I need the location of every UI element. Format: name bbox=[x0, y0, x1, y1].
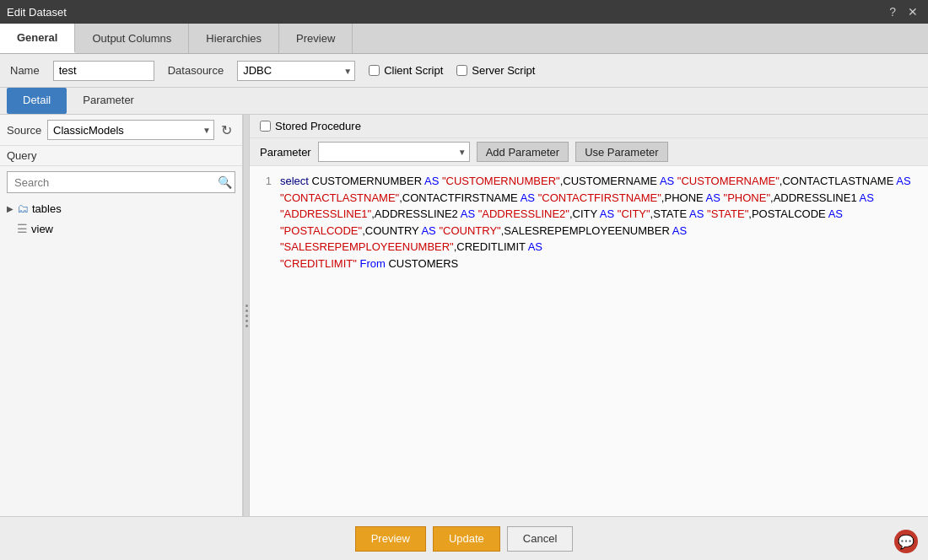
sub-tabs: Detail Parameter bbox=[0, 88, 928, 115]
preview-button[interactable]: Preview bbox=[355, 526, 426, 552]
tab-preview[interactable]: Preview bbox=[279, 24, 353, 53]
view-icon: ☰ bbox=[17, 222, 28, 235]
search-box: 🔍 bbox=[7, 171, 235, 193]
datasource-label: Datasource bbox=[168, 64, 224, 77]
source-select[interactable]: ClassicModels bbox=[47, 120, 214, 140]
tab-general[interactable]: General bbox=[0, 24, 75, 53]
sql-code-content[interactable]: select CUSTOMERNUMBER AS "CUSTOMERNUMBER… bbox=[280, 173, 918, 509]
tree-item-view[interactable]: ☰ view bbox=[0, 218, 242, 239]
tab-hierarchies[interactable]: Hierarchies bbox=[189, 24, 279, 53]
source-row: Source ClassicModels ▼ ↻ bbox=[0, 115, 242, 146]
divider-dots bbox=[245, 304, 248, 327]
tables-folder-icon: 🗂 bbox=[17, 202, 29, 215]
source-label: Source bbox=[7, 124, 44, 137]
client-script-label: Client Script bbox=[384, 64, 443, 77]
stored-proc-checkbox-label[interactable]: Stored Procedure bbox=[260, 120, 361, 132]
main-tabs: General Output Columns Hierarchies Previ… bbox=[0, 24, 928, 54]
refresh-button[interactable]: ↻ bbox=[218, 122, 235, 138]
tree-item-tables[interactable]: ▶ 🗂 tables bbox=[0, 198, 242, 218]
cancel-button[interactable]: Cancel bbox=[507, 526, 573, 552]
chat-icon[interactable]: 💬 bbox=[894, 530, 918, 553]
name-label: Name bbox=[10, 64, 40, 77]
server-script-checkbox[interactable] bbox=[456, 65, 467, 76]
server-script-label: Server Script bbox=[472, 64, 535, 77]
server-script-checkbox-label[interactable]: Server Script bbox=[456, 64, 535, 77]
client-script-checkbox[interactable] bbox=[369, 65, 380, 76]
stored-proc-label: Stored Procedure bbox=[275, 120, 361, 132]
datasource-select[interactable]: JDBC REST File bbox=[237, 61, 355, 81]
use-parameter-button[interactable]: Use Parameter bbox=[575, 142, 667, 162]
tab-output-columns[interactable]: Output Columns bbox=[75, 24, 189, 53]
parameter-label: Parameter bbox=[260, 146, 311, 159]
line-numbers: 1 bbox=[260, 173, 280, 509]
help-button[interactable]: ? bbox=[886, 3, 899, 20]
right-panel: Stored Procedure Parameter ▼ Add Paramet… bbox=[250, 115, 928, 516]
view-label: view bbox=[31, 223, 53, 235]
main-content: Source ClassicModels ▼ ↻ Query 🔍 ▶ 🗂 tab… bbox=[0, 115, 928, 516]
panel-divider[interactable] bbox=[243, 115, 250, 516]
form-row: Name Datasource JDBC REST File ▼ Client … bbox=[0, 54, 928, 88]
add-parameter-button[interactable]: Add Parameter bbox=[477, 142, 569, 162]
client-script-checkbox-label[interactable]: Client Script bbox=[369, 64, 443, 77]
close-button[interactable]: ✕ bbox=[904, 3, 921, 20]
bottom-bar: Preview Update Cancel 💬 bbox=[0, 516, 928, 560]
tables-expand-icon: ▶ bbox=[7, 204, 13, 213]
code-editor[interactable]: 1 select CUSTOMERNUMBER AS "CUSTOMERNUMB… bbox=[250, 166, 928, 516]
param-row: Parameter ▼ Add Parameter Use Parameter bbox=[250, 138, 928, 166]
tree: ▶ 🗂 tables ☰ view bbox=[0, 198, 242, 239]
sub-tab-parameter[interactable]: Parameter bbox=[67, 88, 150, 114]
param-select[interactable] bbox=[318, 142, 470, 162]
tables-label: tables bbox=[32, 202, 62, 215]
search-button[interactable]: 🔍 bbox=[218, 175, 232, 189]
title-bar: Edit Dataset ? ✕ bbox=[0, 0, 928, 24]
stored-proc-row: Stored Procedure bbox=[250, 115, 928, 138]
stored-proc-checkbox[interactable] bbox=[260, 121, 271, 132]
search-input[interactable] bbox=[7, 171, 235, 193]
update-button[interactable]: Update bbox=[433, 526, 500, 552]
name-input[interactable] bbox=[53, 61, 154, 81]
query-label: Query bbox=[0, 146, 242, 166]
source-select-wrap: ClassicModels ▼ bbox=[47, 120, 214, 140]
left-panel: Source ClassicModels ▼ ↻ Query 🔍 ▶ 🗂 tab… bbox=[0, 115, 243, 516]
title-bar-label: Edit Dataset bbox=[7, 6, 67, 19]
param-select-wrap: ▼ bbox=[318, 142, 470, 162]
sub-tab-detail[interactable]: Detail bbox=[7, 88, 67, 114]
